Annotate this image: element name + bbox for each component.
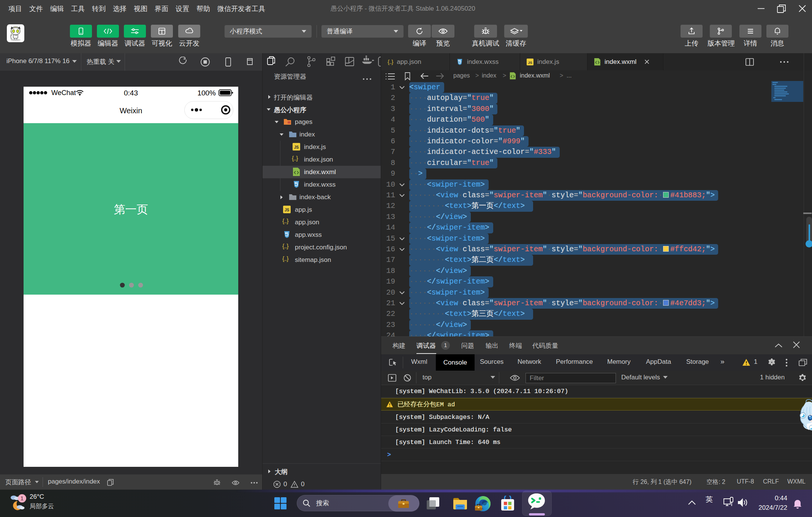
svg-text:JS: JS xyxy=(528,60,532,64)
svg-text:JS: JS xyxy=(285,208,290,212)
svg-text:JS: JS xyxy=(294,145,299,149)
svg-text:1: 1 xyxy=(21,495,24,501)
